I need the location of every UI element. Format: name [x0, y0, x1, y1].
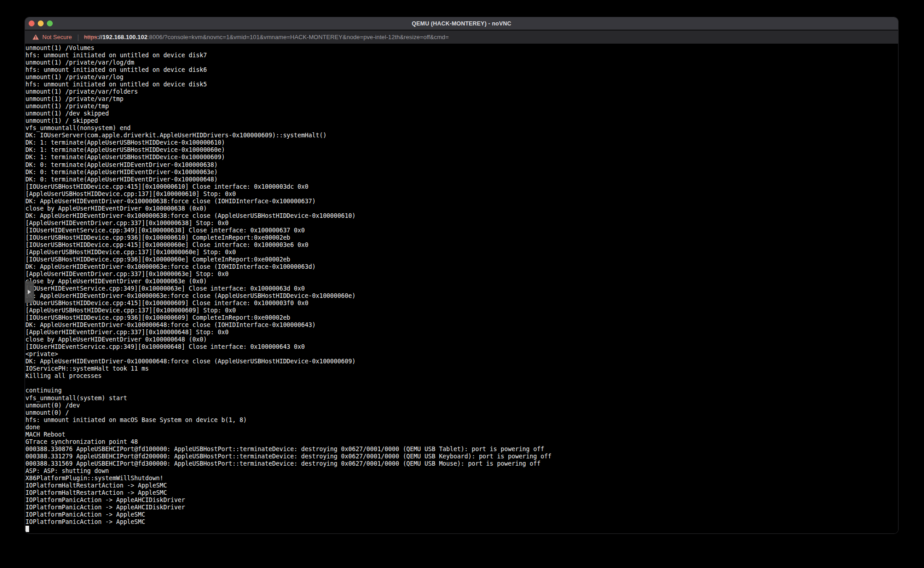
url-slashes: ://: [97, 34, 102, 40]
vnc-canvas[interactable]: unmount(1) /Volumes hfs: unmount initiat…: [25, 44, 898, 533]
desktop: { "window": { "title": "QEMU (HACK-MONTE…: [0, 0, 924, 568]
urlbar-separator: |: [77, 34, 79, 41]
terminal-cursor: [25, 526, 29, 532]
address-text[interactable]: https://192.168.100.102:8006/?console=kv…: [84, 34, 449, 40]
warning-triangle-icon: [32, 34, 39, 40]
window-title: QEMU (HACK-MONTEREY) - noVNC: [412, 20, 512, 27]
minimize-window-button[interactable]: [38, 20, 44, 26]
traffic-lights: [29, 20, 53, 26]
zoom-window-button[interactable]: [47, 20, 53, 26]
url-scheme: https: [84, 34, 97, 40]
console-output: unmount(1) /Volumes hfs: unmount initiat…: [25, 45, 552, 526]
url-host: 192.168.100.102: [102, 34, 147, 40]
browser-window: QEMU (HACK-MONTEREY) - noVNC Not Secure …: [25, 17, 899, 534]
close-window-button[interactable]: [29, 20, 35, 26]
chevron-right-icon: [28, 290, 31, 294]
novnc-controlbar-handle[interactable]: [25, 281, 34, 303]
not-secure-label[interactable]: Not Secure: [42, 34, 72, 40]
url-bar[interactable]: Not Secure | https://192.168.100.102:800…: [25, 30, 898, 44]
url-path: :8006/?console=kvm&novnc=1&vmid=101&vmna…: [147, 34, 449, 40]
window-titlebar[interactable]: QEMU (HACK-MONTEREY) - noVNC: [25, 17, 898, 30]
